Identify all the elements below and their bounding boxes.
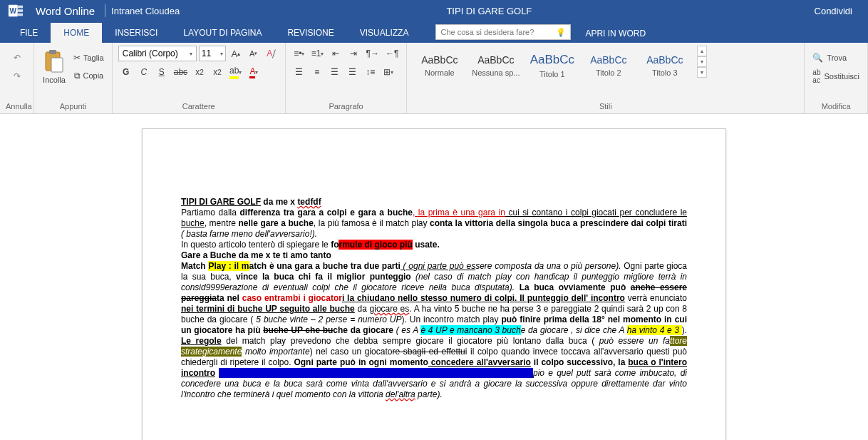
document-canvas[interactable]: TIPI DI GARE GOLF da me x tedfdf Partiam…: [0, 114, 868, 440]
strikethrough-button[interactable]: abc: [172, 64, 190, 80]
underline-button[interactable]: S: [154, 64, 170, 80]
find-button[interactable]: 🔍 Trova: [810, 50, 849, 66]
group-label-undo: Annulla: [6, 102, 28, 112]
grow-font-button[interactable]: A▴: [228, 46, 244, 61]
open-in-word-button[interactable]: APRI IN WORD: [571, 29, 660, 39]
tab-insert[interactable]: INSERISCI: [102, 23, 170, 43]
style-titolo-3[interactable]: AaBbCc Titolo 3: [638, 46, 691, 86]
highlight-button[interactable]: ab▾: [227, 64, 244, 80]
bullets-button[interactable]: ≡•▾: [291, 46, 307, 61]
tab-layout[interactable]: LAYOUT DI PAGINA: [170, 23, 274, 43]
tab-review[interactable]: REVISIONE: [274, 23, 346, 43]
align-left-button[interactable]: ☰: [291, 64, 307, 80]
bold-button[interactable]: G: [118, 64, 134, 80]
app-name: Word Online: [31, 5, 99, 17]
svg-text:W: W: [10, 7, 17, 15]
styles-scroll-down[interactable]: ▾: [697, 56, 707, 67]
document-title: TIPI DI GARE GOLF: [180, 6, 798, 16]
decrease-indent-button[interactable]: ⇤: [328, 46, 343, 61]
justify-button[interactable]: ☰: [345, 64, 361, 80]
document-page[interactable]: TIPI DI GARE GOLF da me x tedfdf Partiam…: [142, 128, 726, 440]
svg-rect-4: [18, 14, 23, 16]
italic-button[interactable]: C: [136, 64, 152, 80]
font-name-select[interactable]: Calibri (Corpo)▾: [118, 46, 197, 61]
svg-rect-3: [18, 9, 23, 12]
copy-icon: ⧉: [74, 71, 81, 81]
styles-expand[interactable]: ▾: [697, 67, 707, 78]
tab-file[interactable]: FILE: [7, 23, 51, 43]
svg-rect-6: [49, 50, 56, 54]
replace-icon: abac: [812, 68, 820, 84]
tellme-search[interactable]: Che cosa si desidera fare? 💡: [435, 24, 571, 40]
scissors-icon: ✂: [73, 53, 81, 63]
style-normale[interactable]: AaBbCc Normale: [413, 46, 466, 86]
font-size-select[interactable]: 11▾: [199, 46, 226, 61]
binoculars-icon: 🔍: [812, 53, 823, 63]
word-logo-icon: W: [3, 0, 29, 21]
svg-rect-2: [18, 6, 23, 9]
shrink-font-button[interactable]: A▾: [246, 46, 262, 61]
style-titolo-2[interactable]: AaBbCc Titolo 2: [582, 46, 635, 86]
tab-view[interactable]: VISUALIZZA: [347, 23, 422, 43]
align-center-button[interactable]: ≡: [309, 64, 325, 80]
ltr-button[interactable]: ¶→: [363, 46, 381, 61]
copy-button[interactable]: ⧉ Copia: [71, 68, 106, 83]
subscript-button[interactable]: x2: [192, 64, 207, 80]
document-body[interactable]: TIPI DI GARE GOLF da me x tedfdf Partiam…: [181, 197, 687, 400]
tellme-placeholder: Che cosa si desidera fare?: [440, 28, 534, 36]
paste-button[interactable]: Incolla: [40, 46, 68, 86]
style-nessuna-spaziatura[interactable]: AaBbCc Nessuna sp...: [469, 46, 522, 86]
site-name[interactable]: Intranet Cloudea: [111, 6, 180, 16]
cut-button[interactable]: ✂ Taglia: [71, 50, 106, 66]
svg-rect-7: [51, 58, 63, 72]
share-button[interactable]: Condividi: [799, 0, 868, 21]
increase-indent-button[interactable]: ⇥: [346, 46, 361, 61]
group-label-paragraph: Paragrafo: [291, 102, 401, 112]
doc-title: TIPI DI GARE GOLF: [181, 197, 261, 207]
line-spacing-button[interactable]: ↕≡: [363, 64, 378, 80]
font-color-button[interactable]: A▾: [246, 64, 262, 80]
tab-home[interactable]: HOME: [51, 23, 102, 43]
style-titolo-1[interactable]: AaBbCc Titolo 1: [525, 46, 579, 86]
numbering-button[interactable]: ≡1▾: [309, 46, 326, 61]
group-label-editing: Modifica: [810, 102, 862, 112]
superscript-button[interactable]: x2: [210, 64, 225, 80]
lightbulb-icon: 💡: [556, 28, 566, 37]
styles-scroll-up[interactable]: ▴: [697, 46, 707, 56]
group-label-font: Carattere: [118, 102, 279, 112]
replace-button[interactable]: abac Sostituisci: [810, 68, 862, 84]
align-right-button[interactable]: ☰: [327, 64, 343, 80]
group-label-styles: Stili: [413, 102, 798, 112]
redo-button[interactable]: ↷: [9, 68, 25, 84]
rtl-button[interactable]: ←¶: [383, 46, 401, 61]
group-label-clipboard: Appunti: [40, 102, 106, 112]
clear-formatting-button[interactable]: A⧸: [264, 46, 279, 61]
special-indent-button[interactable]: ⊞▾: [381, 64, 396, 80]
paste-icon: [43, 47, 66, 76]
undo-button[interactable]: ↶: [9, 50, 25, 66]
